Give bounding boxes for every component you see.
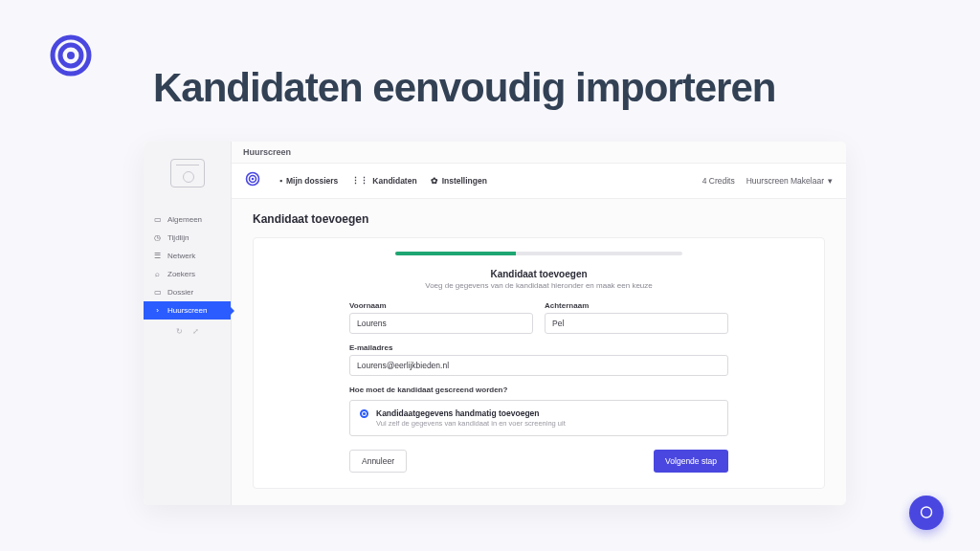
sidebar-item-tijdlijn[interactable]: ◷ Tijdlijn [144, 229, 231, 247]
topbar: ▪ Mijn dossiers ⋮⋮ Kandidaten ✿ Instelli… [232, 164, 846, 199]
search-icon: ⌕ [153, 270, 162, 278]
chevron-down-icon: ▾ [828, 176, 833, 186]
folder-icon: ▭ [153, 215, 162, 224]
nav-label: Kandidaten [372, 176, 416, 186]
nav-kandidaten[interactable]: ⋮⋮ Kandidaten [351, 176, 416, 186]
app-frame: ▭ Algemeen ◷ Tijdlijn ☰ Netwerk ⌕ Zoeker… [144, 142, 846, 505]
calendar-icon: ▭ [153, 288, 162, 297]
next-button[interactable]: Volgende stap [654, 450, 728, 473]
nav-mijn-dossiers[interactable]: ▪ Mijn dossiers [279, 176, 338, 186]
nav-instellingen[interactable]: ✿ Instellingen [431, 176, 487, 186]
sidebar-item-label: Huurscreen [167, 306, 207, 315]
step-subtitle: Voeg de gegevens van de kandidaat hieron… [349, 281, 728, 290]
brand-logo [50, 34, 92, 80]
option-title: Kandidaatgegevens handmatig toevoegen [376, 408, 566, 418]
progress-bar [395, 252, 682, 255]
achternaam-label: Achternaam [545, 301, 728, 310]
svg-point-6 [922, 507, 932, 518]
breadcrumb: Huurscreen [232, 142, 846, 164]
content: Kandidaat toevoegen Kandidaat toevoegen … [232, 199, 846, 505]
user-name: Huurscreen Makelaar [746, 176, 824, 186]
cancel-button[interactable]: Annuleer [349, 450, 407, 473]
voornaam-label: Voornaam [349, 301, 533, 310]
email-label: E-mailadres [349, 343, 728, 352]
content-title: Kandidaat toevoegen [253, 212, 825, 226]
sidebar-item-label: Algemeen [167, 215, 202, 224]
clock-icon: ◷ [153, 233, 162, 242]
sidebar-item-netwerk[interactable]: ☰ Netwerk [144, 247, 231, 265]
page-title: Kandidaten eenvoudig importeren [153, 65, 775, 111]
main-panel: Huurscreen ▪ Mijn dossiers ⋮⋮ Kandidaten [232, 142, 846, 505]
field-achternaam: Achternaam [545, 301, 728, 334]
form-card: Kandidaat toevoegen Voeg de gegevens van… [253, 237, 825, 489]
step-title: Kandidaat toevoegen [349, 269, 728, 279]
sidebar-item-label: Netwerk [167, 252, 195, 260]
topbar-nav: ▪ Mijn dossiers ⋮⋮ Kandidaten ✿ Instelli… [279, 176, 487, 186]
field-email: E-mailadres [349, 343, 728, 376]
progress-fill [395, 252, 516, 255]
sidebar-item-algemeen[interactable]: ▭ Algemeen [144, 210, 231, 229]
achternaam-input[interactable] [545, 313, 728, 334]
sidebar-footer: ↻ ⤢ [144, 320, 231, 343]
svg-point-5 [252, 178, 255, 181]
option-manual[interactable]: Kandidaatgegevens handmatig toevoegen Vu… [349, 400, 728, 436]
radio-selected-icon [360, 409, 368, 418]
eye-icon: ☰ [153, 252, 162, 260]
sidebar-item-dossier[interactable]: ▭ Dossier [144, 283, 231, 301]
screening-question: Hoe moet de kandidaat gescreend worden? [349, 386, 728, 394]
credits-label: 4 Credits [702, 176, 735, 186]
camera-placeholder-icon [170, 159, 205, 187]
sidebar: ▭ Algemeen ◷ Tijdlijn ☰ Netwerk ⌕ Zoeker… [144, 142, 232, 505]
voornaam-input[interactable] [349, 313, 533, 334]
sidebar-item-label: Tijdlijn [167, 233, 189, 242]
expand-icon[interactable]: ⤢ [192, 327, 199, 336]
chevron-right-icon: › [153, 306, 162, 315]
option-subtitle: Vul zelf de gegevens van kandidaat in en… [376, 419, 566, 428]
gear-icon: ✿ [431, 176, 438, 186]
users-icon: ⋮⋮ [351, 176, 368, 186]
email-input[interactable] [349, 355, 728, 376]
app-logo-icon [245, 171, 260, 190]
field-voornaam: Voornaam [349, 301, 533, 334]
sidebar-item-huurscreen[interactable]: › Huurscreen [144, 301, 231, 320]
nav-label: Instellingen [442, 176, 487, 186]
nav-label: Mijn dossiers [286, 176, 338, 186]
svg-point-2 [67, 52, 75, 59]
chat-icon [919, 505, 934, 520]
folder-solid-icon: ▪ [279, 176, 282, 186]
sidebar-item-label: Zoekers [167, 270, 195, 278]
sidebar-item-label: Dossier [167, 288, 193, 297]
refresh-icon[interactable]: ↻ [176, 327, 183, 336]
user-menu[interactable]: Huurscreen Makelaar ▾ [746, 176, 833, 186]
sidebar-item-zoekers[interactable]: ⌕ Zoekers [144, 265, 231, 283]
chat-fab[interactable] [909, 496, 944, 530]
